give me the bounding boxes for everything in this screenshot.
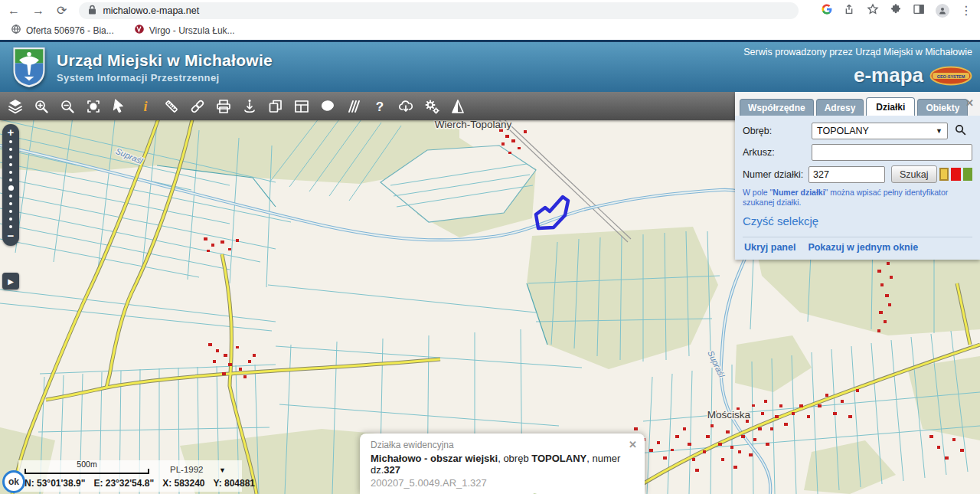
google-icon[interactable] (821, 3, 833, 18)
numer-dzialki-label: Numer działki: (743, 169, 808, 180)
zoom-level-current[interactable] (8, 185, 14, 191)
clear-selection-link[interactable]: Czyść selekcję (743, 214, 972, 227)
popup-parcel-id: 200207_5.0049.AR_1.327 (371, 477, 635, 489)
sidepanel-icon[interactable] (913, 3, 925, 18)
reload-icon[interactable]: ⟳ (57, 5, 67, 17)
print-icon[interactable] (212, 95, 235, 118)
site-title: Urząd Miejski w Michałowie (57, 51, 273, 70)
szukaj-button[interactable]: Szukaj (891, 165, 937, 183)
legend-red (951, 168, 960, 181)
site-header: Urząd Miejski w Michałowie System Inform… (0, 40, 980, 92)
label-wierch-topolany: Wierch-Topolany (435, 119, 512, 130)
site-title-block: Urząd Miejski w Michałowie System Inform… (57, 51, 273, 83)
share-icon[interactable] (844, 3, 856, 18)
obreb-select[interactable]: TOPOLANY ▼ (812, 123, 948, 139)
svg-text:GEO-SYSTEM: GEO-SYSTEM (937, 74, 965, 78)
globe-icon (11, 24, 21, 37)
zoom-plus-button[interactable]: + (8, 127, 15, 138)
layers-icon[interactable] (4, 95, 27, 118)
tab-dzialki[interactable]: Działki (866, 97, 915, 116)
profile-avatar[interactable] (936, 4, 949, 18)
gps-position-icon[interactable] (238, 95, 261, 118)
search-panel: Współrzędne Adresy Działki Obiekty ✕ Obr… (735, 92, 980, 260)
tab-wspolrzedne[interactable]: Współrzędne (740, 99, 814, 116)
popup-title: Działka ewidencyjna (371, 440, 635, 450)
north-arrow-icon[interactable] (446, 95, 469, 118)
scale-bar (24, 469, 149, 474)
forward-icon[interactable]: → (32, 5, 44, 17)
copy-view-icon[interactable] (264, 95, 287, 118)
zoom-slider[interactable]: + − (2, 124, 19, 246)
search-icon[interactable] (954, 123, 967, 139)
popup-parcel-line: Michałowo - obszar wiejski, obręb TOPOLA… (371, 453, 635, 476)
legend-yellow (939, 168, 949, 181)
legend-green (963, 168, 972, 181)
numer-hint: W pole "Numer działki" można wpisać pełn… (743, 188, 972, 208)
url-text: michalowo.e-mapa.net (103, 5, 199, 16)
extensions-icon[interactable] (890, 3, 902, 18)
coordinates-readout: N: 53°01'38.9"E: 23°32'54.8"X: 583240Y: … (24, 478, 263, 489)
layout-icon[interactable] (290, 95, 313, 118)
label-suprasl-2: Supraśl (706, 349, 727, 379)
arkusz-input[interactable] (812, 144, 972, 161)
polygon-select-icon[interactable] (316, 95, 339, 118)
zoom-extent-icon[interactable] (82, 95, 105, 118)
hide-panel-link[interactable]: Ukryj panel (744, 242, 795, 253)
parallel-lines-icon[interactable] (342, 95, 365, 118)
zoom-in-icon[interactable] (30, 95, 53, 118)
map-viewport: Wierch-Topolany Supraśl Supraśl Mościska… (0, 92, 980, 494)
tab-obiekty[interactable]: Obiekty (917, 99, 968, 116)
geosystem-badge: GEO-SYSTEM (929, 66, 972, 86)
zoom-minus-button[interactable]: − (8, 231, 15, 241)
map-toolbar: i ? (0, 92, 737, 120)
settings-icon[interactable] (420, 95, 443, 118)
browser-actions: ⋮ (821, 3, 972, 18)
expand-left-panel-button[interactable]: ▶ (2, 273, 19, 290)
info-icon[interactable]: i (134, 95, 157, 118)
numer-dzialki-input[interactable] (808, 166, 885, 183)
back-icon[interactable]: ← (8, 5, 20, 17)
single-window-link[interactable]: Pokazuj w jednym oknie (808, 242, 918, 253)
coat-of-arms (12, 47, 46, 88)
bookmark-virgo[interactable]: Virgo - Urszula Łuk... (134, 24, 235, 37)
lock-icon (88, 5, 96, 17)
bookmarks-bar: Oferta 506976 - Bia... Virgo - Urszula Ł… (0, 21, 980, 40)
svg-text:?: ? (376, 100, 384, 114)
obreb-label: Obręb: (743, 126, 812, 136)
crs-caret-icon[interactable]: ▼ (219, 466, 226, 474)
svg-text:i: i (143, 99, 147, 114)
cloud-download-icon[interactable] (394, 95, 417, 118)
virgo-favicon (134, 24, 145, 37)
parcel-info-popup: ✕ Działka ewidencyjna Michałowo - obszar… (360, 433, 645, 494)
site-subtitle: System Informacji Przestrzennej (57, 72, 273, 83)
arkusz-label: Arkusz: (743, 147, 812, 158)
address-bar[interactable]: michalowo.e-mapa.net (79, 2, 799, 19)
ok-button[interactable]: ok (2, 470, 25, 493)
panel-tabs: Współrzędne Adresy Działki Obiekty ✕ (735, 92, 980, 116)
emapa-logo[interactable]: e-mapa GEO-SYSTEM (743, 64, 972, 87)
zoom-out-icon[interactable] (56, 95, 79, 118)
browser-navbar: ← → ⟳ michalowo.e-mapa.net ⋮ (0, 0, 980, 21)
select-caret-icon: ▼ (936, 127, 942, 135)
measure-icon[interactable] (160, 95, 183, 118)
browser-menu-icon[interactable]: ⋮ (960, 5, 972, 17)
popup-close-icon[interactable]: ✕ (629, 439, 637, 450)
scale-label: 500m (24, 460, 149, 469)
bookmark-star-icon[interactable] (867, 3, 879, 18)
help-icon[interactable]: ? (368, 95, 391, 118)
crs-select[interactable]: PL-1992 (170, 465, 203, 474)
bookmark-oferta[interactable]: Oferta 506976 - Bia... (11, 24, 114, 37)
pointer-icon[interactable] (108, 95, 131, 118)
tab-adresy[interactable]: Adresy (816, 99, 864, 116)
panel-close-icon[interactable]: ✕ (965, 97, 974, 109)
service-note: Serwis prowadzony przez Urząd Miejski w … (743, 47, 972, 57)
label-mosciska: Mościska (707, 409, 751, 420)
link-icon[interactable] (186, 95, 209, 118)
